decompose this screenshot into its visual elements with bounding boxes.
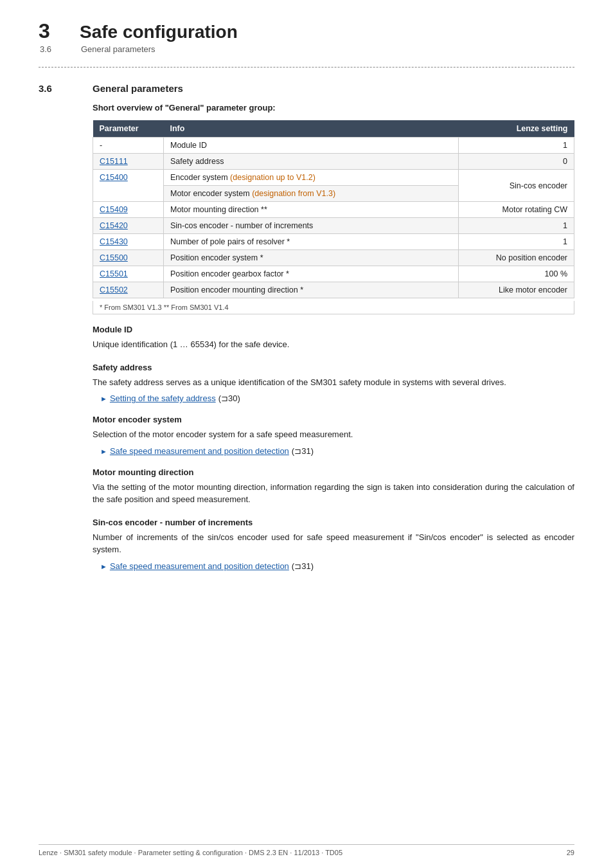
info-cell-2: Motor encoder system (designation from V…	[164, 186, 459, 202]
param-cell[interactable]: C15420	[93, 218, 164, 234]
info-cell: Position encoder gearbox factor *	[164, 266, 459, 282]
table-row: C15111 Safety address 0	[93, 154, 574, 170]
table-row: C15420 Sin-cos encoder - number of incre…	[93, 218, 574, 234]
table-row: C15400 Encoder system (designation up to…	[93, 170, 574, 186]
param-cell[interactable]: C15430	[93, 234, 164, 250]
safety-address-section: Safety address The safety address serves…	[93, 363, 574, 404]
table-row: C15430 Number of pole pairs of resolver …	[93, 234, 574, 250]
c15420-link[interactable]: C15420	[100, 221, 128, 230]
header-section: 3 Safe configuration 3.6 General paramet…	[39, 19, 574, 58]
lenze-cell: 1	[459, 218, 574, 234]
c15430-link[interactable]: C15430	[100, 237, 128, 246]
sincos-link[interactable]: Safe speed measurement and position dete…	[110, 561, 289, 571]
motor-encoder-link[interactable]: Safe speed measurement and position dete…	[110, 446, 289, 456]
footer-right: 29	[567, 849, 574, 856]
info-cell: Safety address	[164, 154, 459, 170]
motor-encoder-section: Motor encoder system Selection of the mo…	[93, 415, 574, 456]
param-cell[interactable]: C15409	[93, 202, 164, 218]
param-cell: -	[93, 138, 164, 154]
col-lenze: Lenze setting	[459, 120, 574, 138]
param-cell[interactable]: C15501	[93, 266, 164, 282]
param-table: Parameter Info Lenze setting - Module ID…	[93, 120, 574, 298]
table-row: C15409 Motor mounting direction ** Motor…	[93, 202, 574, 218]
c15502-link[interactable]: C15502	[100, 285, 128, 294]
info-cell: Position encoder mounting direction *	[164, 282, 459, 298]
param-cell[interactable]: C15400	[93, 170, 164, 202]
table-row: C15500 Position encoder system * No posi…	[93, 250, 574, 266]
motor-mounting-text: Via the setting of the motor mounting di…	[93, 481, 574, 506]
lenze-cell: Like motor encoder	[459, 282, 574, 298]
safety-address-link[interactable]: Setting of the safety address	[110, 393, 216, 403]
section-num: 3.6	[39, 83, 77, 94]
table-row: C15501 Position encoder gearbox factor *…	[93, 266, 574, 282]
sincos-heading: Sin-cos encoder - number of increments	[93, 518, 574, 527]
info-cell: Number of pole pairs of resolver *	[164, 234, 459, 250]
info-cell: Motor mounting direction **	[164, 202, 459, 218]
table-row: - Module ID 1	[93, 138, 574, 154]
lenze-cell: 1	[459, 138, 574, 154]
lenze-cell: Motor rotating CW	[459, 202, 574, 218]
section-label: General parameters	[81, 44, 155, 54]
arrow-icon-3: ►	[100, 563, 107, 570]
arrow-icon: ►	[100, 395, 107, 402]
c15501-link[interactable]: C15501	[100, 269, 128, 278]
sincos-ref: (⊐31)	[292, 561, 314, 571]
safety-address-ref: (⊐30)	[218, 393, 240, 403]
lenze-cell: No position encoder	[459, 250, 574, 266]
table-footer: * From SM301 V1.3 ** From SM301 V1.4	[93, 301, 574, 314]
c15409-link[interactable]: C15409	[100, 205, 128, 214]
info-cell: Module ID	[164, 138, 459, 154]
col-parameter: Parameter	[93, 120, 164, 138]
page-footer: Lenze · SM301 safety module · Parameter …	[39, 844, 574, 856]
sincos-section: Sin-cos encoder - number of increments N…	[93, 518, 574, 571]
param-cell[interactable]: C15502	[93, 282, 164, 298]
page: 3 Safe configuration 3.6 General paramet…	[0, 0, 613, 868]
module-id-section: Module ID Unique identification (1 … 655…	[93, 325, 574, 351]
motor-encoder-link-container: ► Safe speed measurement and position de…	[100, 446, 574, 456]
lenze-cell: 0	[459, 154, 574, 170]
sub-heading: Short overview of "General" parameter gr…	[93, 103, 574, 113]
chapter-name: Safe configuration	[80, 22, 238, 42]
lenze-cell: Sin-cos encoder	[459, 170, 574, 202]
safety-address-heading: Safety address	[93, 363, 574, 372]
orange-label-2: (designation from V1.3)	[252, 189, 335, 198]
section-header: 3.6 General parameters	[39, 44, 574, 54]
table-row: C15502 Position encoder mounting directi…	[93, 282, 574, 298]
info-cell: Sin-cos encoder - number of increments	[164, 218, 459, 234]
module-id-heading: Module ID	[93, 325, 574, 334]
sincos-link-container: ► Safe speed measurement and position de…	[100, 561, 574, 571]
param-cell[interactable]: C15500	[93, 250, 164, 266]
section-title: General parameters	[93, 83, 183, 94]
footer-left: Lenze · SM301 safety module · Parameter …	[39, 849, 342, 856]
param-cell[interactable]: C15111	[93, 154, 164, 170]
col-info: Info	[164, 120, 459, 138]
chapter-number: 3	[39, 19, 64, 43]
safety-address-text: The safety address serves as a unique id…	[93, 376, 574, 389]
motor-encoder-ref: (⊐31)	[292, 446, 314, 456]
divider-line	[39, 67, 574, 68]
orange-label: (designation up to V1.2)	[230, 173, 315, 182]
info-cell: Encoder system (designation up to V1.2)	[164, 170, 459, 186]
safety-address-link-container: ► Setting of the safety address (⊐30)	[100, 393, 574, 403]
lenze-cell: 1	[459, 234, 574, 250]
motor-encoder-heading: Motor encoder system	[93, 415, 574, 424]
chapter-title: 3 Safe configuration	[39, 19, 574, 43]
arrow-icon-2: ►	[100, 448, 107, 455]
motor-mounting-section: Motor mounting direction Via the setting…	[93, 467, 574, 506]
section-num-small: 3.6	[40, 44, 66, 54]
lenze-cell: 100 %	[459, 266, 574, 282]
motor-encoder-text: Selection of the motor encoder system fo…	[93, 428, 574, 441]
sincos-text: Number of increments of the sin/cos enco…	[93, 531, 574, 556]
c15400-link[interactable]: C15400	[100, 173, 128, 182]
info-cell: Position encoder system *	[164, 250, 459, 266]
motor-mounting-heading: Motor mounting direction	[93, 467, 574, 477]
c15500-link[interactable]: C15500	[100, 253, 128, 262]
c15111-link[interactable]: C15111	[100, 157, 128, 166]
module-id-text: Unique identification (1 … 65534) for th…	[93, 338, 574, 351]
